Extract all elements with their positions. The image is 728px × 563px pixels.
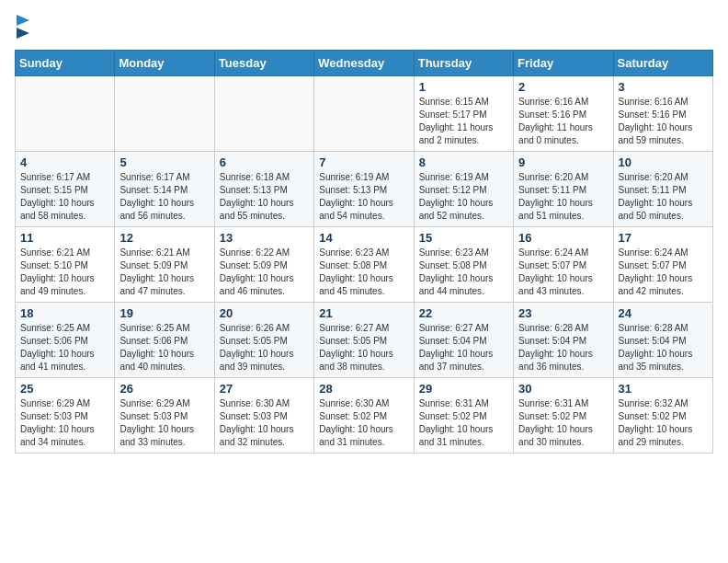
day-info: Sunrise: 6:26 AMSunset: 5:05 PMDaylight:… — [220, 322, 309, 373]
day-info: Sunrise: 6:25 AMSunset: 5:06 PMDaylight:… — [119, 322, 209, 373]
day-header-saturday: Saturday — [613, 51, 712, 76]
day-number: 31 — [619, 382, 708, 396]
day-header-tuesday: Tuesday — [214, 51, 313, 76]
header — [15, 15, 713, 39]
day-info: Sunrise: 6:17 AMSunset: 5:15 PMDaylight:… — [20, 171, 109, 223]
logo-arrow-bottom — [17, 28, 29, 39]
day-number: 19 — [119, 306, 209, 320]
calendar-cell: 25Sunrise: 6:29 AMSunset: 5:03 PMDayligh… — [16, 378, 115, 454]
calendar-cell: 20Sunrise: 6:26 AMSunset: 5:05 PMDayligh… — [214, 303, 313, 378]
calendar-cell: 31Sunrise: 6:32 AMSunset: 5:02 PMDayligh… — [613, 378, 712, 454]
day-info: Sunrise: 6:15 AMSunset: 5:17 PMDaylight:… — [419, 96, 508, 147]
day-info: Sunrise: 6:25 AMSunset: 5:06 PMDaylight:… — [20, 322, 109, 373]
day-number: 15 — [419, 231, 508, 245]
day-info: Sunrise: 6:18 AMSunset: 5:13 PMDaylight:… — [220, 171, 309, 223]
day-number: 29 — [419, 382, 508, 396]
day-number: 2 — [518, 80, 608, 94]
calendar-cell: 13Sunrise: 6:22 AMSunset: 5:09 PMDayligh… — [214, 227, 313, 303]
day-info: Sunrise: 6:30 AMSunset: 5:02 PMDaylight:… — [319, 397, 408, 449]
day-number: 17 — [619, 231, 708, 245]
day-number: 7 — [319, 155, 408, 169]
day-info: Sunrise: 6:20 AMSunset: 5:11 PMDaylight:… — [619, 171, 708, 223]
day-number: 5 — [119, 155, 209, 169]
day-number: 30 — [518, 382, 608, 396]
day-header-thursday: Thursday — [414, 51, 513, 76]
day-info: Sunrise: 6:28 AMSunset: 5:04 PMDaylight:… — [518, 322, 608, 373]
day-number: 20 — [220, 306, 309, 320]
day-info: Sunrise: 6:21 AMSunset: 5:10 PMDaylight:… — [20, 247, 109, 298]
calendar-cell — [16, 76, 115, 152]
day-info: Sunrise: 6:32 AMSunset: 5:02 PMDaylight:… — [619, 397, 708, 449]
calendar-cell: 2Sunrise: 6:16 AMSunset: 5:16 PMDaylight… — [514, 76, 613, 152]
calendar-cell: 5Sunrise: 6:17 AMSunset: 5:14 PMDaylight… — [115, 152, 214, 227]
calendar-cell: 24Sunrise: 6:28 AMSunset: 5:04 PMDayligh… — [613, 303, 712, 378]
day-number: 27 — [220, 382, 309, 396]
calendar-cell: 12Sunrise: 6:21 AMSunset: 5:09 PMDayligh… — [115, 227, 214, 303]
day-number: 22 — [419, 306, 508, 320]
day-number: 12 — [119, 231, 209, 245]
day-number: 9 — [518, 155, 608, 169]
day-number: 25 — [20, 382, 109, 396]
day-number: 13 — [220, 231, 309, 245]
day-info: Sunrise: 6:17 AMSunset: 5:14 PMDaylight:… — [119, 171, 209, 223]
calendar-cell: 27Sunrise: 6:30 AMSunset: 5:03 PMDayligh… — [214, 378, 313, 454]
calendar-cell: 14Sunrise: 6:23 AMSunset: 5:08 PMDayligh… — [314, 227, 414, 303]
calendar-cell: 9Sunrise: 6:20 AMSunset: 5:11 PMDaylight… — [514, 152, 613, 227]
day-number: 18 — [20, 306, 109, 320]
day-header-wednesday: Wednesday — [314, 51, 414, 76]
calendar-cell: 29Sunrise: 6:31 AMSunset: 5:02 PMDayligh… — [414, 378, 513, 454]
calendar-cell: 18Sunrise: 6:25 AMSunset: 5:06 PMDayligh… — [16, 303, 115, 378]
day-info: Sunrise: 6:20 AMSunset: 5:11 PMDaylight:… — [518, 171, 608, 223]
day-info: Sunrise: 6:16 AMSunset: 5:16 PMDaylight:… — [518, 96, 608, 147]
day-number: 6 — [220, 155, 309, 169]
calendar-cell: 23Sunrise: 6:28 AMSunset: 5:04 PMDayligh… — [514, 303, 613, 378]
calendar-table: SundayMondayTuesdayWednesdayThursdayFrid… — [15, 50, 713, 454]
day-number: 4 — [20, 155, 109, 169]
day-info: Sunrise: 6:23 AMSunset: 5:08 PMDaylight:… — [419, 247, 508, 298]
day-info: Sunrise: 6:19 AMSunset: 5:12 PMDaylight:… — [419, 171, 508, 223]
day-number: 3 — [619, 80, 708, 94]
week-row-3: 11Sunrise: 6:21 AMSunset: 5:10 PMDayligh… — [16, 227, 713, 303]
calendar-cell: 22Sunrise: 6:27 AMSunset: 5:04 PMDayligh… — [414, 303, 513, 378]
calendar-cell: 17Sunrise: 6:24 AMSunset: 5:07 PMDayligh… — [613, 227, 712, 303]
day-number: 28 — [319, 382, 408, 396]
week-row-1: 1Sunrise: 6:15 AMSunset: 5:17 PMDaylight… — [16, 76, 713, 152]
day-info: Sunrise: 6:29 AMSunset: 5:03 PMDaylight:… — [119, 397, 209, 449]
day-info: Sunrise: 6:24 AMSunset: 5:07 PMDaylight:… — [619, 247, 708, 298]
day-number: 11 — [20, 231, 109, 245]
day-info: Sunrise: 6:16 AMSunset: 5:16 PMDaylight:… — [619, 96, 708, 147]
day-info: Sunrise: 6:31 AMSunset: 5:02 PMDaylight:… — [518, 397, 608, 449]
calendar-cell: 3Sunrise: 6:16 AMSunset: 5:16 PMDaylight… — [613, 76, 712, 152]
day-info: Sunrise: 6:27 AMSunset: 5:04 PMDaylight:… — [419, 322, 508, 373]
day-number: 23 — [518, 306, 608, 320]
logo-text — [15, 15, 29, 39]
calendar-cell: 28Sunrise: 6:30 AMSunset: 5:02 PMDayligh… — [314, 378, 414, 454]
week-row-4: 18Sunrise: 6:25 AMSunset: 5:06 PMDayligh… — [16, 303, 713, 378]
calendar-cell: 16Sunrise: 6:24 AMSunset: 5:07 PMDayligh… — [514, 227, 613, 303]
day-number: 26 — [119, 382, 209, 396]
calendar-cell — [214, 76, 313, 152]
calendar-cell — [115, 76, 214, 152]
calendar-cell: 26Sunrise: 6:29 AMSunset: 5:03 PMDayligh… — [115, 378, 214, 454]
calendar-cell: 7Sunrise: 6:19 AMSunset: 5:13 PMDaylight… — [314, 152, 414, 227]
day-info: Sunrise: 6:19 AMSunset: 5:13 PMDaylight:… — [319, 171, 408, 223]
calendar-cell: 11Sunrise: 6:21 AMSunset: 5:10 PMDayligh… — [16, 227, 115, 303]
day-header-sunday: Sunday — [16, 51, 115, 76]
calendar-cell: 6Sunrise: 6:18 AMSunset: 5:13 PMDaylight… — [214, 152, 313, 227]
calendar-cell: 19Sunrise: 6:25 AMSunset: 5:06 PMDayligh… — [115, 303, 214, 378]
day-number: 16 — [518, 231, 608, 245]
day-info: Sunrise: 6:28 AMSunset: 5:04 PMDaylight:… — [619, 322, 708, 373]
day-info: Sunrise: 6:31 AMSunset: 5:02 PMDaylight:… — [419, 397, 508, 449]
calendar-cell: 21Sunrise: 6:27 AMSunset: 5:05 PMDayligh… — [314, 303, 414, 378]
day-number: 8 — [419, 155, 508, 169]
calendar-cell: 10Sunrise: 6:20 AMSunset: 5:11 PMDayligh… — [613, 152, 712, 227]
day-header-monday: Monday — [115, 51, 214, 76]
day-info: Sunrise: 6:30 AMSunset: 5:03 PMDaylight:… — [220, 397, 309, 449]
day-info: Sunrise: 6:24 AMSunset: 5:07 PMDaylight:… — [518, 247, 608, 298]
calendar-cell: 1Sunrise: 6:15 AMSunset: 5:17 PMDaylight… — [414, 76, 513, 152]
day-number: 1 — [419, 80, 508, 94]
day-info: Sunrise: 6:29 AMSunset: 5:03 PMDaylight:… — [20, 397, 109, 449]
week-row-2: 4Sunrise: 6:17 AMSunset: 5:15 PMDaylight… — [16, 152, 713, 227]
calendar-cell: 15Sunrise: 6:23 AMSunset: 5:08 PMDayligh… — [414, 227, 513, 303]
week-row-5: 25Sunrise: 6:29 AMSunset: 5:03 PMDayligh… — [16, 378, 713, 454]
